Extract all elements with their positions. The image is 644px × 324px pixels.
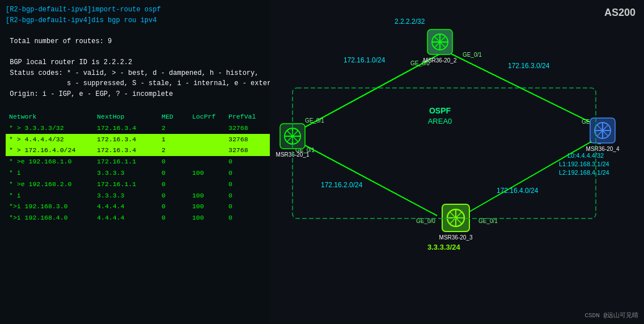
router-r2: MSR36-20_2 bbox=[423, 30, 457, 64]
r4-label: MSR36-20_4 bbox=[586, 146, 620, 152]
iface-r1-ge01: GE_0/1 bbox=[305, 117, 324, 124]
row-prefval: 32768 bbox=[225, 145, 266, 156]
origin-codes: Origin: i - IGP, e - EGP, ? - incomplete bbox=[6, 89, 312, 100]
row-nexthop: 4.4.4.4 bbox=[94, 201, 158, 212]
row-flag: * > 3.3.3.3/32 bbox=[6, 123, 94, 134]
cmd-line-2: [R2-bgp-default-ipv4]dis bgp rou ipv4 bbox=[6, 15, 312, 26]
row-med: 0 bbox=[158, 190, 189, 201]
row-locprf: 100 bbox=[189, 167, 225, 179]
blank-1 bbox=[6, 26, 312, 36]
row-nexthop: 172.16.3.4 bbox=[94, 145, 158, 156]
row-prefval: 0 bbox=[225, 190, 266, 201]
row-flag: * i bbox=[6, 167, 94, 179]
row-flag: *>i 192.168.4.0 bbox=[6, 212, 94, 224]
row-nexthop: 4.4.4.4 bbox=[94, 212, 158, 224]
row-locprf bbox=[189, 134, 225, 145]
bgp-routes-table: Network NextHop MED LocPrf PrefVal Path/… bbox=[6, 111, 312, 224]
r2-ip: 2.2.2.2/32 bbox=[395, 18, 425, 26]
router-r4: MSR36-20_4 bbox=[586, 118, 620, 152]
row-nexthop: 3.3.3.3 bbox=[94, 167, 158, 179]
table-row: *>i 192.168.3.0 4.4.4.4 0 100 0 i bbox=[6, 201, 312, 212]
subnet-r1-r3: 172.16.2.0/24 bbox=[321, 181, 363, 189]
subnet-r2-r4: 172.16.3.0/24 bbox=[508, 62, 550, 70]
diagram-svg: AS200 172.16.1.0/24 172.16.3.0/24 172.16… bbox=[270, 0, 644, 324]
table-row: *>i 192.168.4.0 4.4.4.4 0 100 0 i bbox=[6, 212, 312, 224]
row-prefval: 0 bbox=[225, 167, 266, 179]
total-routes: Total number of routes: 9 bbox=[6, 36, 312, 47]
ospf-label: OSPF bbox=[429, 106, 451, 115]
row-nexthop: 172.16.3.4 bbox=[94, 123, 158, 134]
subnet-r2-r1: 172.16.1.0/24 bbox=[344, 56, 385, 64]
row-med: 2 bbox=[158, 145, 189, 156]
row-locprf: 100 bbox=[189, 201, 225, 212]
row-med: 0 bbox=[158, 201, 189, 212]
row-locprf: 100 bbox=[189, 212, 225, 224]
row-locprf: 100 bbox=[189, 190, 225, 201]
row-flag: * > 172.16.4.0/24 bbox=[6, 145, 94, 156]
as200-label: AS200 bbox=[604, 7, 635, 18]
row-locprf bbox=[189, 145, 225, 156]
row-flag: * >e 192.168.1.0 bbox=[6, 156, 94, 167]
cmd-line-1: [R2-bgp-default-ipv4]import-route ospf bbox=[6, 5, 312, 15]
row-nexthop: 172.16.3.4 bbox=[94, 134, 158, 145]
r4-loopback0: L0:4.4.4.4/32 bbox=[567, 152, 604, 159]
status-codes-2: s - suppressed, S - stale, i - internal,… bbox=[6, 78, 312, 89]
table-row-highlight: * > 4.4.4.4/32 172.16.3.4 1 32768 ? bbox=[6, 134, 312, 145]
row-prefval: 32768 bbox=[225, 134, 266, 145]
row-prefval: 0 bbox=[225, 212, 266, 224]
subnet-r3-r4: 172.16.4.0/24 bbox=[497, 187, 539, 195]
blank-2 bbox=[6, 47, 312, 57]
row-prefval: 32768 bbox=[225, 123, 266, 134]
iface-r2-ge01: GE_0/1 bbox=[463, 52, 482, 58]
row-flag: * >e 192.168.2.0 bbox=[6, 179, 94, 190]
table-row: * >e 192.168.1.0 172.16.1.1 0 0 100i bbox=[6, 156, 312, 167]
row-flag: *>i 192.168.3.0 bbox=[6, 201, 94, 212]
row-locprf bbox=[189, 179, 225, 190]
r3-subnet: 3.3.3.3/24 bbox=[427, 243, 461, 251]
row-prefval: 0 bbox=[225, 201, 266, 212]
row-med: 0 bbox=[158, 156, 189, 167]
r2-label: MSR36-20_2 bbox=[423, 57, 457, 64]
r3-label: MSR36-20_3 bbox=[439, 234, 473, 241]
router-id: BGP local router ID is 2.2.2.2 bbox=[6, 57, 312, 68]
row-flag: * > 4.4.4.4/32 bbox=[6, 134, 94, 145]
table-row: * >e 192.168.2.0 172.16.1.1 0 0 100i bbox=[6, 179, 312, 190]
table-row-highlight-2: * > 172.16.4.0/24 172.16.3.4 2 32768 ? bbox=[6, 145, 312, 156]
watermark-text: CSDN @远山可见晴 bbox=[584, 312, 638, 319]
r4-loopback1: L1:192.168.3.1/24 bbox=[559, 161, 609, 167]
col-header-network: Network bbox=[6, 111, 94, 123]
network-diagram: AS200 172.16.1.0/24 172.16.3.0/24 172.16… bbox=[270, 0, 644, 324]
row-med: 1 bbox=[158, 134, 189, 145]
row-prefval: 0 bbox=[225, 179, 266, 190]
row-nexthop: 3.3.3.3 bbox=[94, 190, 158, 201]
col-header-med: MED bbox=[158, 111, 189, 123]
row-med: 0 bbox=[158, 167, 189, 179]
row-med: 0 bbox=[158, 179, 189, 190]
col-header-prefval: PrefVal bbox=[225, 111, 266, 123]
row-med: 2 bbox=[158, 123, 189, 134]
row-locprf bbox=[189, 123, 225, 134]
router-r3: MSR36-20_3 bbox=[439, 204, 473, 241]
col-header-nexthop: NextHop bbox=[94, 111, 158, 123]
watermark: CSDN @远山可见晴 bbox=[584, 311, 638, 319]
row-nexthop: 172.16.1.1 bbox=[94, 179, 158, 190]
blank-3 bbox=[6, 99, 312, 110]
row-prefval: 0 bbox=[225, 156, 266, 167]
status-codes-1: Status codes: * - valid, > - best, d - d… bbox=[6, 68, 312, 79]
table-row: * > 3.3.3.3/32 172.16.3.4 2 32768 ? bbox=[6, 123, 312, 134]
row-flag: * i bbox=[6, 190, 94, 201]
table-row: * i 3.3.3.3 0 100 0 100i bbox=[6, 167, 312, 179]
area-label: AREA0 bbox=[428, 117, 452, 125]
row-locprf bbox=[189, 156, 225, 167]
row-nexthop: 172.16.1.1 bbox=[94, 156, 158, 167]
r4-loopback2: L2:192.168.4.1/24 bbox=[559, 169, 609, 176]
row-med: 0 bbox=[158, 212, 189, 224]
table-row: * i 3.3.3.3 0 100 0 100i bbox=[6, 190, 312, 201]
col-header-locprf: LocPrf bbox=[189, 111, 225, 123]
